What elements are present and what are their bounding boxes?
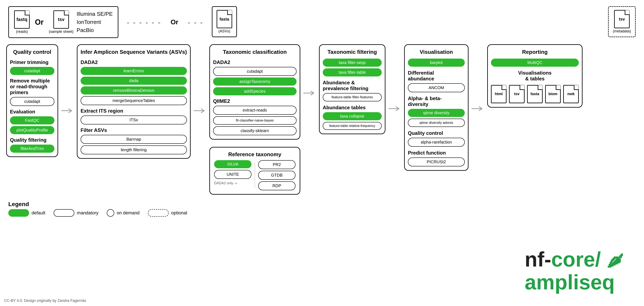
tax-class-column: Taxonomic classification DADA2 cutadapt … bbox=[209, 44, 300, 195]
input-section: fastq (reads) Or tsv (sample sheet) Illu… bbox=[8, 6, 640, 38]
legend-ondemand: on demand bbox=[107, 209, 140, 217]
taxclass-qiime2-label: QIIME2 bbox=[213, 98, 296, 104]
output-files: html tsv fasta biom nwk bbox=[491, 85, 579, 103]
illumina-text: Illumina SE/PE bbox=[77, 10, 112, 18]
tool-gtdb: GTDB bbox=[258, 171, 296, 180]
legend-section: Legend default mandatory on demand optio… bbox=[8, 201, 640, 217]
brand-core: core/ bbox=[551, 248, 601, 271]
fasta-input-box: fasta (ASVs) bbox=[212, 6, 237, 37]
reference-taxonomy-box: Reference taxonomy SILVA UNITE DADA2 onl… bbox=[209, 147, 300, 195]
pacbio-text: PacBio bbox=[77, 26, 112, 34]
copyright-text: CC-BY 4.0. Design originally by Zandra F… bbox=[4, 298, 86, 303]
dada2only-label: DADA2 only bbox=[214, 181, 234, 185]
metadata-file-shape: tsv bbox=[614, 10, 630, 28]
tool-cutadapt-2: cutadapt bbox=[10, 97, 54, 106]
biom-file-icon: biom bbox=[545, 85, 561, 103]
arrow-5 bbox=[472, 104, 484, 114]
fastq-label: fastq bbox=[16, 17, 28, 22]
tsv-out-file-icon: tsv bbox=[509, 85, 524, 103]
metadata-box: tsv (metadata) bbox=[608, 6, 636, 37]
tool-learnerrors: learnErrors bbox=[80, 67, 187, 75]
dada2only-brace: ⌐ bbox=[235, 180, 238, 186]
tool-qiime-diversity: qiime diversity bbox=[408, 109, 465, 117]
tsv-file-icon: tsv (sample sheet) bbox=[49, 10, 74, 34]
taxfilter-abund-label: Abundance &prevalence filtering bbox=[323, 80, 382, 92]
quality-control-block: Quality control Primer trimming cutadapt… bbox=[6, 44, 58, 157]
fasta-out-file-shape: fasta bbox=[527, 85, 543, 103]
fasta-sublabel: (ASVs) bbox=[218, 29, 230, 34]
metadata-sublabel: (metadata) bbox=[613, 29, 631, 34]
tool-filterandtrim: filterAndTrim bbox=[10, 144, 54, 153]
vis-diffabund-label: Differentialabundance bbox=[408, 70, 465, 82]
vis-predict-label: Predict function bbox=[408, 150, 465, 156]
nwk-file-shape: nwk bbox=[563, 85, 579, 103]
legend-title: Legend bbox=[8, 201, 640, 208]
nfcore-line1: nf-core/ 🌶 bbox=[525, 248, 624, 271]
asvs-content: DADA2 learnErrors dada removeBimeraDenov… bbox=[80, 58, 187, 154]
vis-title: Visualisation bbox=[420, 48, 453, 56]
visualisation-block: Visualisation barplot Differentialabunda… bbox=[404, 44, 468, 171]
tsv-file-shape: tsv bbox=[53, 10, 69, 29]
legend-ondemand-badge bbox=[107, 209, 114, 217]
tool-silva: SILVA bbox=[214, 160, 252, 168]
qc-eval-label: Evaluation bbox=[10, 109, 54, 115]
tool-fastqc: FastQC bbox=[10, 116, 54, 124]
vis-content: barplot Differentialabundance ANCOM Alph… bbox=[408, 58, 465, 166]
legend-items: default mandatory on demand optional bbox=[8, 209, 640, 217]
tool-multiqc: MultiQC bbox=[491, 58, 579, 67]
reporting-vis-label: Visualisations& tables bbox=[491, 70, 579, 82]
tool-dada: dada bbox=[80, 77, 187, 85]
reporting-content: MultiQC Visualisations& tables html tsv … bbox=[491, 58, 579, 103]
legend-optional: optional bbox=[148, 209, 187, 217]
tool-qiime-diversity-adonis: qiime diversity adonis bbox=[408, 118, 465, 127]
fasta-label: fasta bbox=[220, 17, 229, 22]
legend-mandatory-label: mandatory bbox=[77, 210, 98, 216]
tool-itsx: ITSx bbox=[80, 116, 187, 124]
vis-qc-label: Quality control bbox=[408, 130, 465, 136]
tool-ancom: ANCOM bbox=[408, 83, 465, 92]
fastq-file-shape: fastq bbox=[14, 10, 30, 29]
tool-rdp: RDP bbox=[258, 181, 296, 190]
iontorrent-text: IonTorrent bbox=[77, 18, 112, 26]
brand-nf: nf- bbox=[525, 248, 552, 271]
ref-right-col: PR2 GTDB RDP bbox=[258, 160, 296, 190]
infer-asvs-block: Infer Amplicon Sequence Variants (ASVs) … bbox=[77, 44, 191, 159]
main-container: fastq (reads) Or tsv (sample sheet) Illu… bbox=[0, 0, 644, 306]
asvs-dada2-label: DADA2 bbox=[80, 60, 187, 65]
or-text-1: Or bbox=[35, 18, 44, 26]
tool-feature-table-relfreq: feature-table relative-frequency bbox=[323, 122, 382, 130]
ref-divider bbox=[254, 160, 255, 190]
input-description: Illumina SE/PE IonTorrent PacBio bbox=[77, 10, 112, 34]
tool-picrust2: PICRUSt2 bbox=[408, 158, 465, 166]
arrow-1 bbox=[61, 106, 74, 116]
pepper-icon: 🌶 bbox=[606, 252, 623, 270]
tool-pr2: PR2 bbox=[258, 160, 296, 169]
taxclass-content: DADA2 cutadapt assignTaxonomy addSpecies… bbox=[213, 58, 296, 135]
reporting-title: Reporting bbox=[522, 48, 548, 56]
dada2only-row: DADA2 only ⌐ bbox=[214, 180, 252, 186]
ref-vertical-divider bbox=[254, 163, 255, 188]
qc-filter-label: Quality filtering bbox=[10, 137, 54, 143]
tool-extract-reads: extract-reads bbox=[213, 106, 296, 115]
tool-taxa-filter-seqs: taxa filter-seqs bbox=[323, 58, 382, 67]
ref-tax-title: Reference taxonomy bbox=[214, 151, 296, 158]
taxclass-title: Taxonomic classification bbox=[223, 48, 286, 56]
qc-remove-label: Remove multipleor read-throughprimers bbox=[10, 78, 54, 95]
tool-length-filtering: length filtering bbox=[80, 146, 187, 154]
tool-taxclass-cutadapt: cutadapt bbox=[213, 67, 296, 76]
tool-mergesequencetables: mergeSequenceTables bbox=[80, 96, 187, 105]
legend-mandatory: mandatory bbox=[54, 209, 98, 217]
metadata-label: tsv bbox=[619, 17, 625, 22]
tool-removebimeraDenovo: removeBimeraDenovo bbox=[80, 86, 187, 94]
tool-feature-table-filter: feature-table filter-features bbox=[323, 93, 382, 102]
taxonomic-class-block: Taxonomic classification DADA2 cutadapt … bbox=[209, 44, 300, 140]
tool-assigntaxonomy: assignTaxonomy bbox=[213, 78, 296, 86]
tool-cutadapt-1: cutadapt bbox=[10, 67, 54, 75]
tool-unite: UNITE bbox=[214, 170, 252, 179]
biom-file-shape: biom bbox=[545, 85, 561, 103]
tool-barplot: barplot bbox=[408, 58, 465, 67]
fasta-out-file-icon: fasta bbox=[527, 85, 543, 103]
reporting-block: Reporting MultiQC Visualisations& tables… bbox=[487, 44, 582, 108]
taxfilter-title: Taxonomic filtering bbox=[328, 48, 377, 56]
legend-ondemand-label: on demand bbox=[117, 210, 140, 216]
